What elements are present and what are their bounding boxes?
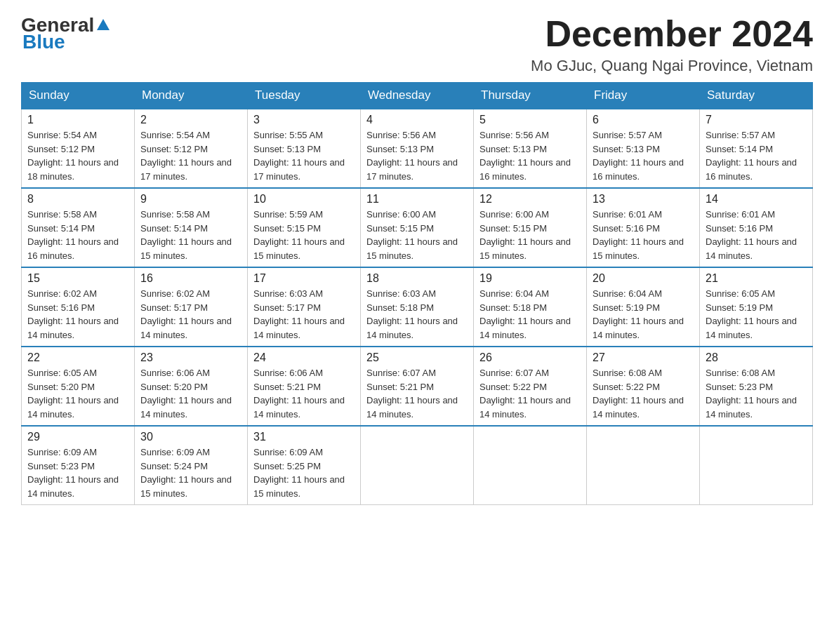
- calendar-cell: 29 Sunrise: 6:09 AM Sunset: 5:23 PM Dayl…: [22, 426, 135, 505]
- day-number: 8: [27, 193, 128, 206]
- day-info: Sunrise: 6:00 AM Sunset: 5:15 PM Dayligh…: [366, 208, 468, 262]
- day-number: 17: [253, 272, 355, 285]
- day-info: Sunrise: 6:03 AM Sunset: 5:17 PM Dayligh…: [253, 287, 355, 342]
- day-info: Sunrise: 6:00 AM Sunset: 5:15 PM Dayligh…: [479, 208, 581, 262]
- calendar-cell: 27 Sunrise: 6:08 AM Sunset: 5:22 PM Dayl…: [587, 347, 700, 426]
- calendar-cell: 4 Sunrise: 5:56 AM Sunset: 5:13 PM Dayli…: [361, 109, 474, 188]
- calendar-cell: 6 Sunrise: 5:57 AM Sunset: 5:13 PM Dayli…: [587, 109, 700, 188]
- day-number: 25: [366, 351, 468, 364]
- day-info: Sunrise: 5:58 AM Sunset: 5:14 PM Dayligh…: [140, 208, 241, 262]
- calendar-cell: 18 Sunrise: 6:03 AM Sunset: 5:18 PM Dayl…: [361, 267, 474, 347]
- day-info: Sunrise: 6:04 AM Sunset: 5:19 PM Dayligh…: [593, 287, 694, 342]
- calendar-cell: 28 Sunrise: 6:08 AM Sunset: 5:23 PM Dayl…: [700, 347, 813, 426]
- calendar-cell: 16 Sunrise: 6:02 AM Sunset: 5:17 PM Dayl…: [135, 267, 248, 347]
- calendar-cell: 1 Sunrise: 5:54 AM Sunset: 5:12 PM Dayli…: [22, 109, 135, 188]
- calendar-cell: [474, 426, 587, 505]
- day-info: Sunrise: 6:01 AM Sunset: 5:16 PM Dayligh…: [593, 208, 694, 262]
- day-info: Sunrise: 6:02 AM Sunset: 5:16 PM Dayligh…: [27, 287, 128, 342]
- month-title: December 2024: [531, 14, 813, 54]
- day-number: 2: [140, 114, 241, 126]
- day-number: 18: [366, 272, 468, 285]
- day-number: 31: [253, 431, 355, 443]
- day-info: Sunrise: 6:08 AM Sunset: 5:23 PM Dayligh…: [706, 366, 807, 421]
- calendar-cell: 5 Sunrise: 5:56 AM Sunset: 5:13 PM Dayli…: [474, 109, 587, 188]
- day-info: Sunrise: 5:54 AM Sunset: 5:12 PM Dayligh…: [140, 128, 241, 183]
- calendar-cell: 19 Sunrise: 6:04 AM Sunset: 5:18 PM Dayl…: [474, 267, 587, 347]
- day-number: 7: [706, 114, 807, 126]
- day-number: 24: [253, 351, 355, 364]
- day-info: Sunrise: 6:07 AM Sunset: 5:21 PM Dayligh…: [366, 366, 468, 421]
- day-number: 20: [593, 272, 694, 285]
- day-number: 22: [27, 351, 128, 364]
- header: General Blue December 2024 Mo GJuc, Quan…: [21, 14, 813, 75]
- day-info: Sunrise: 6:09 AM Sunset: 5:24 PM Dayligh…: [140, 445, 241, 500]
- day-number: 19: [479, 272, 581, 285]
- day-info: Sunrise: 6:09 AM Sunset: 5:23 PM Dayligh…: [27, 445, 128, 500]
- calendar-cell: 25 Sunrise: 6:07 AM Sunset: 5:21 PM Dayl…: [361, 347, 474, 426]
- day-info: Sunrise: 6:04 AM Sunset: 5:18 PM Dayligh…: [479, 287, 581, 342]
- week-row-2: 8 Sunrise: 5:58 AM Sunset: 5:14 PM Dayli…: [22, 188, 813, 267]
- calendar-cell: [700, 426, 813, 505]
- day-number: 9: [140, 193, 241, 206]
- day-number: 27: [593, 351, 694, 364]
- day-info: Sunrise: 6:09 AM Sunset: 5:25 PM Dayligh…: [253, 445, 355, 500]
- day-info: Sunrise: 6:05 AM Sunset: 5:20 PM Dayligh…: [27, 366, 128, 421]
- logo-blue-text: Blue: [22, 31, 65, 53]
- week-row-5: 29 Sunrise: 6:09 AM Sunset: 5:23 PM Dayl…: [22, 426, 813, 505]
- weekday-header-thursday: Thursday: [474, 83, 587, 109]
- title-area: December 2024 Mo GJuc, Quang Ngai Provin…: [531, 14, 813, 75]
- calendar-cell: 17 Sunrise: 6:03 AM Sunset: 5:17 PM Dayl…: [248, 267, 361, 347]
- calendar-cell: 2 Sunrise: 5:54 AM Sunset: 5:12 PM Dayli…: [135, 109, 248, 188]
- calendar-cell: 15 Sunrise: 6:02 AM Sunset: 5:16 PM Dayl…: [22, 267, 135, 347]
- day-info: Sunrise: 5:59 AM Sunset: 5:15 PM Dayligh…: [253, 208, 355, 262]
- logo-icon: [95, 18, 111, 33]
- day-number: 4: [366, 114, 468, 126]
- calendar-cell: 23 Sunrise: 6:06 AM Sunset: 5:20 PM Dayl…: [135, 347, 248, 426]
- logo-area: General Blue: [21, 14, 111, 53]
- day-info: Sunrise: 5:54 AM Sunset: 5:12 PM Dayligh…: [27, 128, 128, 183]
- weekday-header-sunday: Sunday: [22, 83, 135, 109]
- calendar-cell: 26 Sunrise: 6:07 AM Sunset: 5:22 PM Dayl…: [474, 347, 587, 426]
- calendar-cell: 30 Sunrise: 6:09 AM Sunset: 5:24 PM Dayl…: [135, 426, 248, 505]
- calendar-cell: 20 Sunrise: 6:04 AM Sunset: 5:19 PM Dayl…: [587, 267, 700, 347]
- day-number: 1: [27, 114, 128, 126]
- weekday-header-friday: Friday: [587, 83, 700, 109]
- day-number: 30: [140, 431, 241, 443]
- calendar-cell: 14 Sunrise: 6:01 AM Sunset: 5:16 PM Dayl…: [700, 188, 813, 267]
- day-info: Sunrise: 6:05 AM Sunset: 5:19 PM Dayligh…: [706, 287, 807, 342]
- calendar-cell: 24 Sunrise: 6:06 AM Sunset: 5:21 PM Dayl…: [248, 347, 361, 426]
- day-number: 28: [706, 351, 807, 364]
- weekday-header-monday: Monday: [135, 83, 248, 109]
- calendar-cell: 12 Sunrise: 6:00 AM Sunset: 5:15 PM Dayl…: [474, 188, 587, 267]
- day-number: 11: [366, 193, 468, 206]
- calendar-cell: 10 Sunrise: 5:59 AM Sunset: 5:15 PM Dayl…: [248, 188, 361, 267]
- week-row-1: 1 Sunrise: 5:54 AM Sunset: 5:12 PM Dayli…: [22, 109, 813, 188]
- day-number: 5: [479, 114, 581, 126]
- weekday-header-row: SundayMondayTuesdayWednesdayThursdayFrid…: [22, 83, 813, 109]
- day-info: Sunrise: 5:57 AM Sunset: 5:13 PM Dayligh…: [593, 128, 694, 183]
- weekday-header-saturday: Saturday: [700, 83, 813, 109]
- week-row-3: 15 Sunrise: 6:02 AM Sunset: 5:16 PM Dayl…: [22, 267, 813, 347]
- day-info: Sunrise: 5:55 AM Sunset: 5:13 PM Dayligh…: [253, 128, 355, 183]
- calendar-cell: 7 Sunrise: 5:57 AM Sunset: 5:14 PM Dayli…: [700, 109, 813, 188]
- day-info: Sunrise: 5:57 AM Sunset: 5:14 PM Dayligh…: [706, 128, 807, 183]
- calendar-cell: 22 Sunrise: 6:05 AM Sunset: 5:20 PM Dayl…: [22, 347, 135, 426]
- calendar-cell: [361, 426, 474, 505]
- day-number: 10: [253, 193, 355, 206]
- calendar-cell: 8 Sunrise: 5:58 AM Sunset: 5:14 PM Dayli…: [22, 188, 135, 267]
- day-info: Sunrise: 6:03 AM Sunset: 5:18 PM Dayligh…: [366, 287, 468, 342]
- day-info: Sunrise: 6:08 AM Sunset: 5:22 PM Dayligh…: [593, 366, 694, 421]
- day-info: Sunrise: 6:02 AM Sunset: 5:17 PM Dayligh…: [140, 287, 241, 342]
- day-number: 13: [593, 193, 694, 206]
- day-info: Sunrise: 6:06 AM Sunset: 5:20 PM Dayligh…: [140, 366, 241, 421]
- day-info: Sunrise: 5:56 AM Sunset: 5:13 PM Dayligh…: [366, 128, 468, 183]
- weekday-header-tuesday: Tuesday: [248, 83, 361, 109]
- calendar-cell: [587, 426, 700, 505]
- day-info: Sunrise: 6:01 AM Sunset: 5:16 PM Dayligh…: [706, 208, 807, 262]
- day-info: Sunrise: 5:58 AM Sunset: 5:14 PM Dayligh…: [27, 208, 128, 262]
- calendar-cell: 11 Sunrise: 6:00 AM Sunset: 5:15 PM Dayl…: [361, 188, 474, 267]
- day-number: 29: [27, 431, 128, 443]
- calendar-cell: 21 Sunrise: 6:05 AM Sunset: 5:19 PM Dayl…: [700, 267, 813, 347]
- svg-marker-0: [97, 19, 110, 30]
- calendar-cell: 13 Sunrise: 6:01 AM Sunset: 5:16 PM Dayl…: [587, 188, 700, 267]
